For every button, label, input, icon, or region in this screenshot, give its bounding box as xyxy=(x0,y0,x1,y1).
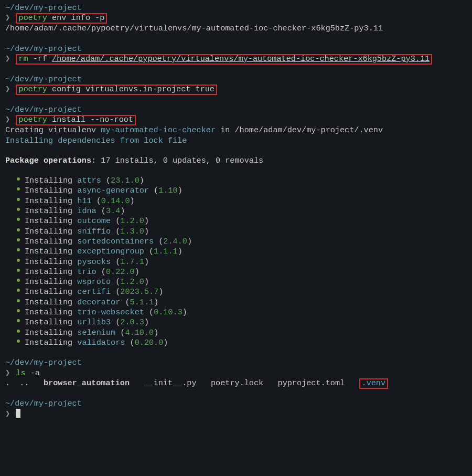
package-row: Installing sortedcontainers (2.4.0) xyxy=(5,237,467,247)
bullet-icon xyxy=(17,309,20,312)
highlight-config: poetry config virtualenvs.in-project tru… xyxy=(16,84,217,95)
bullet-icon xyxy=(17,208,20,211)
package-row: Installing trio-websocket (0.10.3) xyxy=(5,308,467,318)
cmd-ls: ❯ ls -a xyxy=(5,368,467,378)
package-row: Installing certifi (2023.5.7) xyxy=(5,287,467,297)
package-row: Installing trio (0.22.0) xyxy=(5,267,467,277)
bullet-icon xyxy=(17,259,20,262)
bullet-icon xyxy=(17,279,20,282)
package-row: Installing selenium (4.10.0) xyxy=(5,328,467,338)
cwd-path: ~/dev/my-project xyxy=(5,105,82,114)
ls-output: . .. browser_automation __init__.py poet… xyxy=(5,378,467,389)
cursor xyxy=(16,409,20,418)
package-row: Installing attrs (23.1.0) xyxy=(5,176,467,186)
cmd-rm: ❯ rm -rf /home/adam/.cache/pypoetry/virt… xyxy=(5,54,467,65)
bullet-icon xyxy=(17,228,20,231)
bullet-icon xyxy=(17,340,20,343)
cmd-config: ❯ poetry config virtualenvs.in-project t… xyxy=(5,84,467,95)
cwd-path: ~/dev/my-project xyxy=(5,358,82,367)
package-row: Installing validators (0.20.0) xyxy=(5,338,467,348)
bullet-icon xyxy=(17,330,20,333)
package-row: Installing pysocks (1.7.1) xyxy=(5,257,467,267)
package-row: Installing outcome (1.2.0) xyxy=(5,216,467,226)
highlight-env-info: poetry env info -p xyxy=(16,13,107,24)
highlight-venv: .venv xyxy=(359,378,389,389)
cmd-install: ❯ poetry install --no-root xyxy=(5,115,467,125)
env-info-output: /home/adam/.cache/pypoetry/virtualenvs/m… xyxy=(5,24,467,34)
package-row: Installing sniffio (1.3.0) xyxy=(5,227,467,237)
cmd-env-info: ❯ poetry env info -p xyxy=(5,13,467,24)
package-row: Installing async-generator (1.10) xyxy=(5,186,467,196)
package-row: Installing decorator (5.1.1) xyxy=(5,298,467,308)
package-row: Installing exceptiongroup (1.1.1) xyxy=(5,247,467,257)
package-row: Installing h11 (0.14.0) xyxy=(5,196,467,206)
package-row: Installing urllib3 (2.0.3) xyxy=(5,318,467,327)
active-prompt[interactable]: ❯ xyxy=(5,409,467,419)
bullet-icon xyxy=(17,187,20,191)
install-deps-line: Installing dependencies from lock file xyxy=(5,136,187,145)
highlight-rm: rm -rf /home/adam/.cache/pypoetry/virtua… xyxy=(16,54,432,65)
bullet-icon xyxy=(17,238,20,241)
prompt-char: ❯ xyxy=(5,13,10,23)
bullet-icon xyxy=(17,248,20,251)
bullet-icon xyxy=(17,299,20,302)
package-ops-line: Package operations: 17 installs, 0 updat… xyxy=(5,156,467,166)
creating-venv-line: Creating virtualenv my-automated-ioc-che… xyxy=(5,125,467,135)
highlight-install: poetry install --no-root xyxy=(16,115,136,125)
package-row: Installing wsproto (1.2.0) xyxy=(5,277,467,287)
bullet-icon xyxy=(17,218,20,221)
cwd-path: ~/dev/my-project xyxy=(5,399,82,408)
bullet-icon xyxy=(17,289,20,292)
bullet-icon xyxy=(17,269,20,272)
cwd-path: ~/dev/my-project xyxy=(5,75,82,84)
cwd-path: ~/dev/my-project xyxy=(5,3,82,13)
bullet-icon xyxy=(17,177,20,181)
cwd-path: ~/dev/my-project xyxy=(5,44,82,54)
bullet-icon xyxy=(17,198,20,201)
bullet-icon xyxy=(17,319,20,322)
package-list: Installing attrs (23.1.0)Installing asyn… xyxy=(5,176,467,348)
package-row: Installing idna (3.4) xyxy=(5,206,467,216)
